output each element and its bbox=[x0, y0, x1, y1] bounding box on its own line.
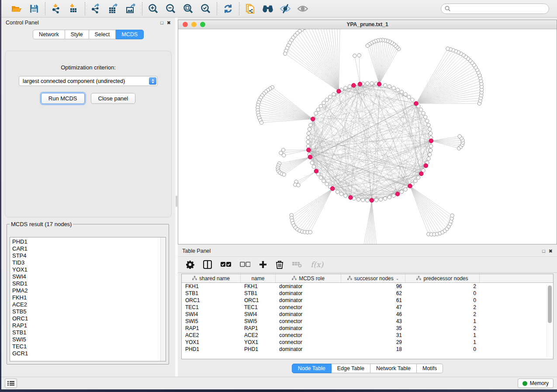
function-builder-icon: f(x) bbox=[311, 260, 323, 269]
export-table-icon[interactable] bbox=[108, 3, 119, 14]
tab-select[interactable]: Select bbox=[89, 30, 116, 39]
network-graph-svg[interactable] bbox=[178, 29, 557, 244]
tree-icon bbox=[192, 275, 197, 282]
column-header-successor-nodes[interactable]: successor nodes⌄ bbox=[341, 274, 405, 282]
table-row[interactable]: SWI5SWI5connector431 bbox=[182, 318, 553, 325]
criterion-select[interactable]: largest connected component (undirected) bbox=[19, 76, 158, 86]
refresh-icon[interactable] bbox=[222, 3, 234, 14]
application-window: Control Panel □ ✖ NetworkStyleSelectMCDS… bbox=[1, 0, 557, 389]
result-scrollbar[interactable] bbox=[160, 237, 166, 361]
zoom-fit-icon[interactable] bbox=[183, 3, 194, 14]
unselect-all-columns-icon[interactable] bbox=[240, 261, 250, 268]
result-node-item[interactable]: TEC1 bbox=[12, 343, 166, 350]
table-cell: ORC1 bbox=[182, 297, 241, 303]
table-cell: 2 bbox=[405, 325, 480, 331]
result-node-item[interactable]: CAR1 bbox=[12, 245, 166, 252]
column-header-MCDS-role[interactable]: MCDS role bbox=[276, 274, 341, 282]
table-row[interactable]: ACE2ACE2connector311 bbox=[182, 332, 553, 339]
result-node-item[interactable]: STB1 bbox=[12, 329, 166, 336]
result-node-item[interactable]: TID3 bbox=[12, 259, 166, 266]
tab-node-table[interactable]: Node Table bbox=[292, 364, 332, 373]
network-canvas[interactable] bbox=[178, 29, 557, 244]
table-cell: STB1 bbox=[241, 290, 276, 296]
table-row[interactable]: ORC1ORC1dominator610 bbox=[182, 297, 553, 304]
delete-column-icon[interactable] bbox=[276, 260, 284, 269]
table-header-row: shared namenameMCDS rolesuccessor nodes⌄… bbox=[182, 274, 553, 283]
result-node-item[interactable]: FKH1 bbox=[12, 294, 166, 301]
search-network-icon[interactable] bbox=[262, 3, 273, 14]
memory-button[interactable]: Memory bbox=[518, 378, 554, 388]
add-column-icon[interactable] bbox=[259, 261, 267, 268]
search-icon bbox=[445, 6, 450, 11]
toolbar-search[interactable] bbox=[441, 3, 549, 14]
close-panel-button[interactable]: Close panel bbox=[91, 93, 136, 104]
result-node-item[interactable]: STP4 bbox=[12, 252, 166, 259]
mcds-result-box: MCDS result (17 nodes) PHD1CAR1STP4TID3Y… bbox=[7, 221, 169, 364]
open-file-icon[interactable] bbox=[11, 3, 22, 14]
table-cell: 31 bbox=[341, 332, 405, 338]
zoom-in-icon[interactable] bbox=[148, 3, 159, 14]
import-network-icon[interactable] bbox=[51, 3, 62, 14]
result-node-item[interactable]: RAP1 bbox=[12, 322, 166, 329]
table-row[interactable]: PHD1PHD1dominator180 bbox=[182, 346, 553, 353]
table-cell: 2 bbox=[405, 283, 480, 289]
result-node-item[interactable]: ORC1 bbox=[12, 315, 166, 322]
table-row[interactable]: TEC1TEC1connector472 bbox=[182, 304, 553, 311]
table-scrollbar-thumb[interactable] bbox=[548, 285, 552, 323]
show-all-icon[interactable] bbox=[297, 3, 308, 14]
tab-network[interactable]: Network bbox=[33, 30, 65, 39]
table-row[interactable]: RAP1RAP1dominator352 bbox=[182, 325, 553, 332]
column-header-name[interactable]: name bbox=[241, 274, 276, 282]
gear-icon[interactable] bbox=[186, 260, 194, 269]
result-node-item[interactable]: STB5 bbox=[12, 308, 166, 315]
tab-motifs[interactable]: Motifs bbox=[417, 364, 443, 373]
table-cell: SWI5 bbox=[241, 318, 276, 324]
memory-status-icon bbox=[522, 381, 527, 386]
run-mcds-button[interactable]: Run MCDS bbox=[41, 93, 85, 104]
result-node-item[interactable]: ACE2 bbox=[12, 301, 166, 308]
table-cell: 96 bbox=[341, 283, 405, 289]
zoom-out-icon[interactable] bbox=[165, 3, 176, 14]
tab-network-table[interactable]: Network Table bbox=[370, 364, 417, 373]
column-header-shared-name[interactable]: shared name bbox=[182, 274, 241, 282]
table-cell: PHD1 bbox=[182, 346, 241, 352]
column-layout-icon[interactable] bbox=[203, 260, 212, 269]
result-node-item[interactable]: PMA2 bbox=[12, 287, 166, 294]
search-input[interactable] bbox=[453, 6, 545, 12]
task-history-button[interactable] bbox=[5, 378, 17, 388]
select-all-columns-icon[interactable] bbox=[221, 261, 231, 268]
result-node-item[interactable]: SWI5 bbox=[12, 336, 166, 343]
float-icon[interactable]: □ bbox=[542, 249, 545, 254]
zoom-selected-icon[interactable] bbox=[200, 3, 211, 14]
table-toolbar: f(x) bbox=[178, 256, 557, 273]
close-icon[interactable]: ✖ bbox=[167, 21, 171, 25]
result-node-item[interactable]: GCR1 bbox=[12, 350, 166, 357]
result-node-item[interactable]: PHD1 bbox=[12, 238, 166, 245]
export-image-icon[interactable] bbox=[125, 3, 137, 14]
splitter-handle-icon[interactable] bbox=[176, 196, 177, 207]
float-icon[interactable]: □ bbox=[160, 21, 163, 25]
table-row[interactable]: FKH1FKH1dominator962 bbox=[182, 283, 553, 290]
table-cell: 0 bbox=[405, 290, 480, 296]
table-row[interactable]: YOX1YOX1connector291 bbox=[182, 339, 553, 346]
network-titlebar[interactable]: YPA_prune.txt_1 bbox=[178, 20, 557, 29]
tab-edge-table[interactable]: Edge Table bbox=[332, 364, 370, 373]
table-cell: FKH1 bbox=[182, 283, 241, 289]
column-header-predecessor-nodes[interactable]: predecessor nodes bbox=[405, 274, 480, 282]
close-icon[interactable]: ✖ bbox=[549, 249, 553, 254]
result-node-item[interactable]: SWI4 bbox=[12, 273, 166, 280]
table-scrollbar[interactable] bbox=[547, 285, 552, 358]
table-cell: connector bbox=[276, 318, 341, 324]
save-icon[interactable] bbox=[28, 3, 40, 14]
hide-selected-icon[interactable] bbox=[280, 3, 291, 14]
result-node-item[interactable]: YOX1 bbox=[12, 266, 166, 273]
result-node-item[interactable]: SRD1 bbox=[12, 280, 166, 287]
share-document-icon[interactable] bbox=[245, 3, 256, 14]
export-network-icon[interactable] bbox=[90, 3, 102, 14]
tab-style[interactable]: Style bbox=[65, 30, 89, 39]
table-row[interactable]: STB1STB1dominator620 bbox=[182, 290, 553, 297]
tab-mcds[interactable]: MCDS bbox=[116, 30, 144, 39]
table-row[interactable]: SWI4SWI4dominator462 bbox=[182, 311, 553, 318]
table-panel-title: Table Panel bbox=[182, 248, 211, 254]
import-table-icon[interactable] bbox=[68, 3, 80, 14]
